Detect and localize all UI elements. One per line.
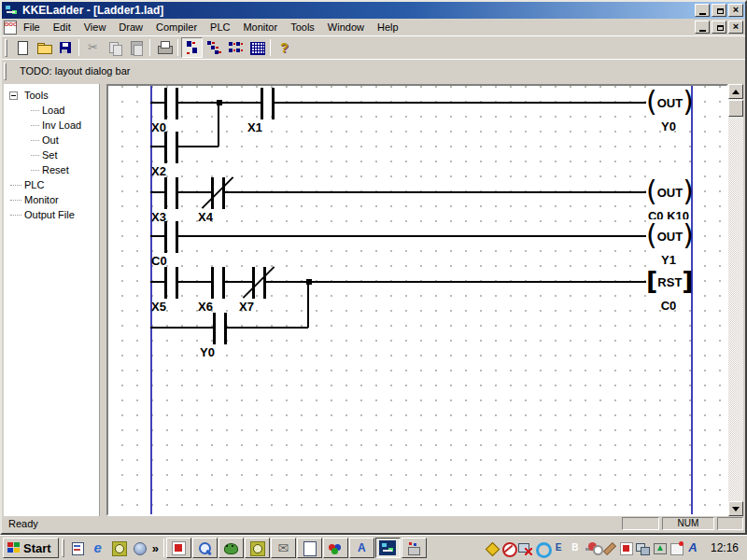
- toolbar-grip[interactable]: [5, 39, 7, 57]
- menu-item-tools[interactable]: Tools: [284, 20, 321, 35]
- coil-out-y0[interactable]: (OUT): [646, 86, 691, 119]
- quick-launch-more-chevron[interactable]: »: [149, 541, 162, 555]
- contact-x1[interactable]: [259, 87, 276, 120]
- restore-button[interactable]: [712, 4, 726, 17]
- tray-pencil-tool[interactable]: [600, 539, 617, 556]
- toolbar-list-view-button[interactable]: [224, 37, 246, 58]
- sidebar-item-set[interactable]: Set: [4, 147, 99, 162]
- contact-y0[interactable]: [211, 312, 229, 345]
- taskbar-button-search-tool[interactable]: [192, 538, 218, 558]
- minimize-button[interactable]: [695, 4, 710, 17]
- taskbar-button-acrobat-reader[interactable]: A: [349, 538, 374, 558]
- toolbar-help-button[interactable]: ?: [274, 37, 295, 58]
- toolbar-open-button[interactable]: [33, 37, 54, 58]
- tray-blocked-sign[interactable]: [500, 539, 516, 556]
- close-button[interactable]: ×: [728, 4, 743, 17]
- tree-connector: [31, 155, 39, 156]
- restore-icon: [717, 8, 724, 14]
- toolbar-table-view-button[interactable]: [246, 37, 267, 58]
- tray-dual-monitor[interactable]: [634, 539, 651, 556]
- contact-x6[interactable]: [209, 266, 227, 300]
- mdi-restore-button[interactable]: [712, 21, 726, 34]
- sidebar-item-output-file[interactable]: Output File: [4, 207, 99, 222]
- vertical-scrollbar[interactable]: [728, 84, 743, 516]
- taskbar-button-color-app[interactable]: [323, 538, 348, 558]
- menu-item-draw[interactable]: Draw: [112, 20, 149, 35]
- toolbar-paste-button[interactable]: [125, 37, 147, 58]
- mdi-minimize-button[interactable]: [695, 21, 710, 34]
- menu-item-compiler[interactable]: Compiler: [149, 20, 204, 35]
- taskbar-button-mail[interactable]: ✉: [271, 538, 296, 558]
- taskbar-button-clock-app[interactable]: [245, 538, 270, 558]
- tray-e-manager[interactable]: E: [550, 539, 567, 556]
- tree-connector: [10, 200, 21, 201]
- scroll-down-button[interactable]: [728, 501, 743, 516]
- toolbar-copy-button[interactable]: [104, 37, 125, 58]
- menu-item-view[interactable]: View: [78, 20, 113, 35]
- tray-key-security[interactable]: [584, 539, 600, 556]
- contact-c0[interactable]: [162, 220, 180, 254]
- taskbar-button-media-app[interactable]: [166, 538, 191, 558]
- app-icon[interactable]: [4, 4, 19, 17]
- taskbar-button-paint-tool[interactable]: [402, 538, 427, 558]
- taskbar-button-kkeladder[interactable]: [375, 538, 401, 558]
- tray-message-alert[interactable]: [668, 539, 684, 556]
- menu-item-file[interactable]: File: [17, 20, 47, 35]
- quick-launch-grip[interactable]: [62, 539, 64, 557]
- tray-quicktime[interactable]: [533, 539, 550, 556]
- blocked-sign-icon: [500, 540, 515, 555]
- menu-item-help[interactable]: Help: [371, 20, 405, 35]
- contact-x4[interactable]: [209, 176, 227, 210]
- quick-launch-globe-button[interactable]: [129, 538, 149, 558]
- contact-x7[interactable]: [250, 266, 268, 300]
- mdi-close-button[interactable]: ×: [728, 21, 743, 34]
- start-button[interactable]: Start: [3, 538, 59, 558]
- sidebar-item-load[interactable]: Load: [4, 103, 99, 118]
- tray-network-error[interactable]: [516, 539, 533, 556]
- coil-rst-c0[interactable]: [RST]: [646, 265, 691, 299]
- dialogbar-grip[interactable]: [4, 63, 7, 80]
- toolbar-save-button[interactable]: [54, 37, 76, 58]
- sidebar-item-plc[interactable]: PLC: [4, 177, 99, 192]
- menu-item-window[interactable]: Window: [321, 20, 371, 35]
- menu-item-monitor[interactable]: Monitor: [236, 20, 284, 35]
- menu-item-edit[interactable]: Edit: [47, 20, 78, 35]
- toolbar-ladder-view-button[interactable]: [181, 37, 203, 58]
- e-manager-icon: E: [551, 540, 566, 555]
- taskbar-button-frog-app[interactable]: [218, 538, 244, 558]
- new-icon: [15, 40, 30, 55]
- sidebar-item-inv-load[interactable]: Inv Load: [4, 118, 99, 133]
- toolbar-new-button[interactable]: [11, 37, 33, 58]
- open-icon: [36, 40, 51, 55]
- tray-update-shield[interactable]: [651, 539, 668, 556]
- menu-item-plc[interactable]: PLC: [204, 20, 236, 35]
- contact-x5[interactable]: [162, 266, 180, 300]
- windows-flag-icon: [7, 542, 21, 553]
- toolbar-cut-button[interactable]: ✂: [82, 37, 104, 58]
- quick-launch-internet-explorer-button[interactable]: e: [88, 538, 108, 558]
- coil-out-y1[interactable]: (OUT): [646, 219, 691, 253]
- sidebar-item-out[interactable]: Out: [4, 133, 99, 147]
- sidebar-item-monitor[interactable]: Monitor: [4, 192, 99, 207]
- mdi-restore-icon: [717, 25, 724, 31]
- contact-x0[interactable]: [162, 87, 180, 120]
- tray-media-tray[interactable]: [617, 539, 634, 556]
- quick-launch-clock-tool-button[interactable]: [108, 538, 129, 558]
- tray-bluetooth[interactable]: B: [567, 539, 584, 556]
- sidebar-item-tools[interactable]: Tools: [4, 88, 99, 103]
- contact-x3[interactable]: [162, 176, 180, 210]
- toolbar-print-button[interactable]: [153, 37, 175, 58]
- scrollbar-thumb[interactable]: [728, 100, 743, 117]
- quick-launch-show-desktop-button[interactable]: [67, 538, 88, 558]
- collapse-expander-icon[interactable]: [9, 91, 18, 100]
- ladder-canvas[interactable]: X0X1(OUT)Y0X3X4(OUT)C0 K10C0(OUT)Y1X5X6X…: [108, 86, 726, 514]
- toolbar-cascade-view-button[interactable]: [203, 37, 224, 58]
- tray-ati-graphics[interactable]: A: [684, 539, 701, 556]
- coil-out-c0k10[interactable]: (OUT): [646, 175, 691, 209]
- taskbar-button-word-document[interactable]: W: [297, 538, 322, 558]
- scroll-up-button[interactable]: [728, 84, 743, 99]
- tray-diamond-utility[interactable]: [483, 539, 500, 556]
- sidebar-item-reset[interactable]: Reset: [4, 162, 99, 177]
- document-icon[interactable]: DOC: [4, 21, 17, 35]
- contact-x2[interactable]: [162, 131, 180, 164]
